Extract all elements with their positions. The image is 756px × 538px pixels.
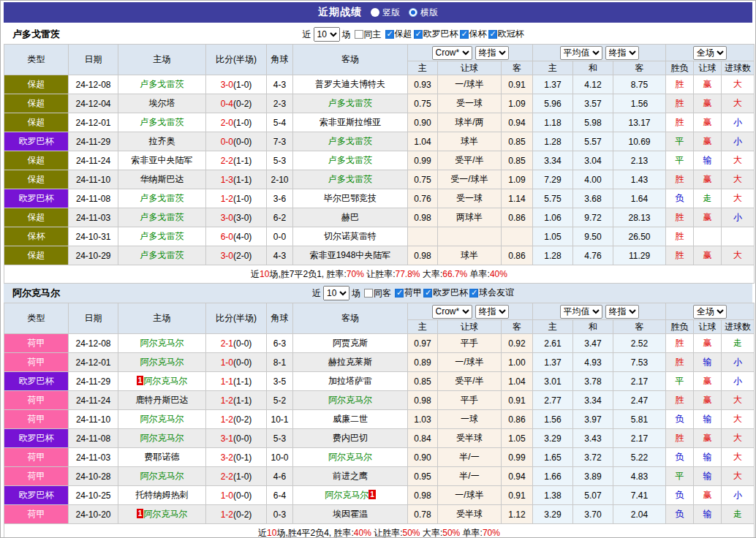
match-score: 2-0(1-0) xyxy=(206,113,267,132)
result-handicap: 走 xyxy=(694,189,722,208)
avg-home-odds: 1.37 xyxy=(533,75,573,94)
result-handicap: 输 xyxy=(694,353,722,372)
type-badge: 保超 xyxy=(4,170,69,189)
match-date: 24-11-10 xyxy=(69,170,118,189)
league-filter-checkbox[interactable]: 欧冠杯 xyxy=(488,28,524,40)
away-team: 埃因霍温 xyxy=(293,505,408,524)
match-row: 保超24-11-03卢多戈雷茨3-0(3-0)6-2赫巴0.98两球半0.861… xyxy=(4,208,755,227)
match-date: 24-10-25 xyxy=(69,486,118,505)
match-score: 3-0(1-0) xyxy=(206,75,267,94)
match-score: 3-2(0-1) xyxy=(206,448,267,467)
final-odds-select[interactable]: 终指 xyxy=(475,305,509,319)
rounds-select[interactable]: 10 xyxy=(314,27,340,42)
match-date: 24-10-29 xyxy=(69,246,118,265)
checkbox-icon xyxy=(355,30,363,39)
odds-handicap xyxy=(438,227,502,246)
league-filter-label: 欧冠杯 xyxy=(498,28,524,40)
result-wdl: 负 xyxy=(666,189,694,208)
type-badge: 荷甲 xyxy=(4,410,69,429)
col-type: 类型 xyxy=(4,45,69,75)
col-corner: 角球 xyxy=(267,303,293,334)
match-date: 24-11-08 xyxy=(69,189,118,208)
league-filter-checkbox[interactable]: 球会友谊 xyxy=(469,287,514,299)
same-venue-checkbox[interactable]: 同客 xyxy=(364,287,391,300)
col-odds-away: 客 xyxy=(502,320,533,334)
fulltime-select[interactable]: 全场 xyxy=(693,305,727,319)
avg-away-odds: 2.47 xyxy=(613,391,666,410)
avg-draw-odds: 5.57 xyxy=(573,132,613,151)
result-handicap: 赢 xyxy=(694,334,722,353)
near-label: 近 xyxy=(303,29,311,41)
league-filter-checkbox[interactable]: 欧罗巴杯 xyxy=(414,28,458,40)
avg-home-odds: 1.37 xyxy=(533,353,573,372)
odds-away: 0.99 xyxy=(502,448,533,467)
result-goals: 小 xyxy=(722,208,755,227)
type-badge: 保超 xyxy=(4,246,69,265)
result-handicap: 赢 xyxy=(694,486,722,505)
horizontal-layout-radio[interactable]: 横版 xyxy=(409,7,438,19)
league-filter-checkbox[interactable]: 保超 xyxy=(385,28,412,40)
bookmaker-select[interactable]: Crow* xyxy=(432,305,472,319)
away-team: 卢多戈雷茨 xyxy=(293,151,408,170)
avg-home-odds: 3.29 xyxy=(533,505,573,524)
bookmaker-select[interactable]: Crow* xyxy=(432,46,472,60)
filter-controls: 近 10 场 同主 保超欧罗巴杯保杯欧冠杯 xyxy=(303,27,524,42)
league-filter-checkbox[interactable]: 保杯 xyxy=(460,28,487,40)
match-date: 24-12-08 xyxy=(69,334,118,353)
avg-away-odds: 2.17 xyxy=(613,429,666,448)
odds-away: 0.85 xyxy=(502,151,533,170)
avg-draw-odds: 3.72 xyxy=(573,448,613,467)
fulltime-select[interactable]: 全场 xyxy=(693,46,727,60)
league-filter-checkbox[interactable]: 荷甲 xyxy=(395,287,422,299)
type-badge: 保超 xyxy=(4,113,69,132)
match-score: 2-1(0-0) xyxy=(206,334,267,353)
match-date: 24-10-31 xyxy=(69,227,118,246)
avg-away-odds: 5.81 xyxy=(613,410,666,429)
average-select[interactable]: 平均值 xyxy=(560,305,602,319)
checkbox-icon xyxy=(364,289,373,298)
odds-home: 0.78 xyxy=(408,505,438,524)
home-team: 卢多戈雷茨 xyxy=(118,227,206,246)
same-venue-checkbox[interactable]: 同主 xyxy=(355,29,382,41)
league-filter-label: 欧罗巴杯 xyxy=(433,287,468,299)
league-filter-checkbox[interactable]: 欧罗巴杯 xyxy=(423,287,468,299)
rounds-select[interactable]: 10 xyxy=(323,286,349,300)
final-odds-select-2[interactable]: 终指 xyxy=(605,305,639,319)
col-away: 客场 xyxy=(293,45,408,75)
odds-home: 0.99 xyxy=(408,151,438,170)
odds-away: 0.92 xyxy=(502,334,533,353)
avg-home-odds: 3.01 xyxy=(533,372,573,391)
result-goals: 大 xyxy=(722,151,755,170)
result-handicap: 输 xyxy=(694,448,722,467)
away-team: 威廉二世 xyxy=(293,410,408,429)
final-odds-select-2[interactable]: 终指 xyxy=(605,46,639,60)
match-row: 保杯24-10-31卢多戈雷茨6-0(4-0)0-0切尔诺莫雷特1.059.50… xyxy=(4,227,755,246)
odds-away: 0.91 xyxy=(502,391,533,410)
match-date: 24-11-29 xyxy=(69,372,118,391)
odds-home: 1.03 xyxy=(408,410,438,429)
league-filter-label: 欧罗巴杯 xyxy=(423,28,458,40)
final-odds-select[interactable]: 终指 xyxy=(475,46,509,60)
match-date: 24-11-24 xyxy=(69,151,118,170)
result-goals xyxy=(722,227,755,246)
result-goals: 小 xyxy=(722,113,755,132)
horizontal-layout-label: 横版 xyxy=(420,7,438,19)
avg-home-odds: 3.34 xyxy=(533,151,573,170)
odds-handicap: 受一球 xyxy=(438,94,502,113)
odds-home: 0.98 xyxy=(408,246,438,265)
odds-home: 0.76 xyxy=(408,189,438,208)
away-team: 阿尔克马尔 xyxy=(293,448,408,467)
vertical-layout-radio[interactable]: 竖版 xyxy=(371,7,400,19)
match-row: 保超24-10-29卢多戈雷茨3-0(2-0)4-3索非亚1948中央陆军0.9… xyxy=(4,246,755,265)
odds-handicap: 球半 xyxy=(438,132,502,151)
odds-handicap: 半/一 xyxy=(438,448,502,467)
avg-home-odds: 1.65 xyxy=(533,448,573,467)
home-team: 索非亚中央陆军 xyxy=(118,151,206,170)
avg-away-odds: 8.75 xyxy=(613,75,666,94)
checkbox-icon xyxy=(395,289,404,298)
match-date: 24-12-01 xyxy=(69,113,118,132)
average-select[interactable]: 平均值 xyxy=(560,46,602,60)
type-badge: 保超 xyxy=(4,208,69,227)
avg-draw-odds: 3.68 xyxy=(573,189,613,208)
match-row: 欧罗巴杯24-11-29拉齐奥0-0(0-0)7-3卢多戈雷茨1.04球半0.8… xyxy=(4,132,755,151)
